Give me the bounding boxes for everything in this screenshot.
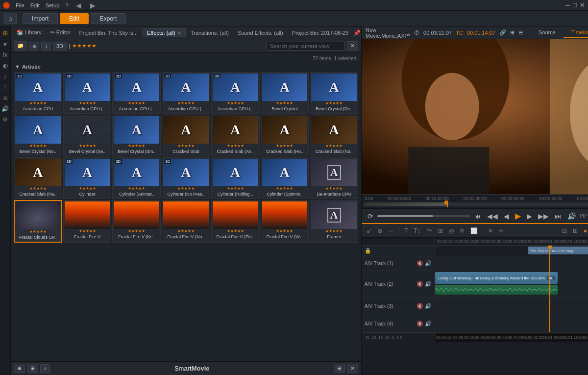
tl-delete-button[interactable]: ✕	[486, 226, 495, 235]
tab-timeline[interactable]: Timeline	[564, 28, 588, 38]
tab-project-bin[interactable]: Project Bin: The Sky is...	[75, 28, 142, 37]
effect-item[interactable]: 3D A ★★★★★ Accordian GPU (..	[211, 72, 260, 114]
track-av4-mute-icon[interactable]: 🔇	[416, 321, 423, 327]
transport-frame-fwd-button[interactable]: ▶	[525, 211, 534, 221]
tab-sound-effects[interactable]: Sound Effects: (all)	[234, 28, 287, 37]
effects-close-button[interactable]: ✕	[347, 364, 358, 373]
forward-button[interactable]: ▶	[89, 1, 97, 9]
sidebar-star-icon[interactable]: ★	[0, 39, 10, 49]
effect-item[interactable]: A ★★★★★ Cylinder (Rolling ..	[211, 157, 260, 199]
search-input[interactable]	[267, 42, 345, 50]
transport-play-button[interactable]: ▶	[513, 210, 523, 222]
effect-item[interactable]: A ★★★★★ De-Interlace CPU	[310, 157, 358, 199]
track-av2-volume-icon[interactable]: 🔊	[425, 281, 432, 287]
effect-item[interactable]: ★★★★★ Fractal Fire V (Ke..	[112, 200, 161, 243]
tab-effects-close[interactable]: ✕	[177, 30, 181, 36]
effect-item[interactable]: ★★★★★ Fractal Fire V (No..	[162, 200, 210, 243]
clip-iss-video[interactable]: Living and Working - 4k Living & Working…	[435, 272, 558, 284]
transport-end-button[interactable]: ⏭	[553, 211, 564, 221]
track-av1-mute-icon[interactable]: 🔇	[416, 260, 423, 267]
transport-rewind-button[interactable]: ⟳	[366, 211, 375, 221]
tl-text-size-button[interactable]: T↕	[412, 226, 422, 235]
menu-edit[interactable]: Edit	[30, 2, 40, 8]
preview-icon2[interactable]: ⊞	[510, 29, 514, 36]
sidebar-motion-icon[interactable]: ≋	[0, 93, 10, 103]
3d-toggle[interactable]: 3D	[53, 42, 67, 50]
sidebar-fx-icon[interactable]: fx	[0, 50, 10, 60]
tl-grid-button[interactable]: ⊞	[436, 226, 445, 235]
tl-stretch-button[interactable]: ↔	[386, 226, 396, 235]
effect-item[interactable]: A ★★★★★ Bevel Crystal (De..	[310, 72, 358, 114]
track-v1-icon[interactable]: 🔒	[365, 248, 371, 254]
search-clear-button[interactable]: ✕	[347, 41, 358, 50]
back-button[interactable]: ◀	[74, 1, 83, 9]
tl-rect-button[interactable]: ⬜	[468, 226, 480, 235]
tl-wave-button[interactable]: ≋	[458, 226, 466, 235]
close-button[interactable]: ✕	[580, 1, 585, 9]
menu-setup[interactable]: Setup	[46, 2, 60, 8]
transport-start-button[interactable]: ⏮	[472, 211, 483, 221]
preview-icon1[interactable]: 🔗	[499, 29, 506, 36]
sort-button[interactable]: ↕	[41, 42, 51, 50]
volume-slider[interactable]	[377, 215, 470, 217]
tl-color-button[interactable]: ●	[582, 226, 588, 235]
effects-add-button[interactable]: ⊕	[14, 364, 25, 373]
minimize-button[interactable]: ─	[565, 1, 570, 9]
track-av3-mute-icon[interactable]: 🔇	[416, 303, 423, 309]
sidebar-library-icon[interactable]: ⊞	[0, 28, 10, 38]
clip-iss-audio[interactable]	[435, 285, 558, 295]
effect-item[interactable]: A ★★★★★ Bevel Crystal (No..	[14, 115, 62, 156]
effect-item[interactable]: ★★★★★ Fractal Fire V (Wi..	[261, 200, 309, 243]
effect-item[interactable]: 3D A ★★★★★ Accordian GPU (..	[162, 72, 210, 114]
effect-item[interactable]: ★★★★★ Fractal Fire V (Pla..	[211, 200, 260, 243]
tl-snap-button[interactable]: ↙	[365, 226, 373, 235]
effect-item[interactable]: 3D A ★★★★★ Cylinder (No Pres..	[162, 157, 210, 199]
effect-item[interactable]: A ★★★★★ Cracked Slab (No..	[310, 115, 358, 156]
edit-button[interactable]: Edit	[60, 13, 89, 24]
sidebar-text-icon[interactable]: T	[0, 82, 10, 92]
effect-item[interactable]: ★★★★★ Fractal Fire V	[63, 200, 112, 243]
transport-next-button[interactable]: ▶▶	[536, 211, 551, 221]
track-av2-mute-icon[interactable]: 🔇	[416, 281, 423, 287]
tab-effects[interactable]: Effects: (all) ✕	[143, 28, 186, 37]
track-av3-volume-icon[interactable]: 🔊	[425, 303, 432, 309]
tl-split-button[interactable]: ✂	[497, 226, 506, 235]
effect-item[interactable]: 3D A ★★★★★ Cylinder (Animat..	[112, 157, 161, 199]
effect-item[interactable]: A ★★★★★ Cracked Slab (Re..	[14, 157, 62, 199]
folder-view-button[interactable]: 📁	[14, 41, 27, 50]
track-av1-volume-icon[interactable]: 🔊	[425, 260, 432, 267]
maximize-button[interactable]: □	[573, 1, 577, 9]
effect-item-selected[interactable]: ★★★★★ Fractal Clouds CP..	[14, 200, 62, 243]
effect-item[interactable]: A ★★★★★ Bevel Crystal	[261, 72, 309, 114]
tab-project-bin2[interactable]: Project Bin: 2017-08-29	[288, 28, 353, 37]
effect-item[interactable]: A ★★★★★ Cracked Slab (Ho..	[261, 115, 309, 156]
transport-prev-button[interactable]: ◀◀	[485, 211, 500, 221]
effect-item[interactable]: A ★★★★★ Cracked Slab	[162, 115, 210, 156]
tl-target-button[interactable]: ◎	[447, 226, 456, 235]
list-view-button[interactable]: ≡	[29, 42, 39, 50]
effect-item[interactable]: 3D A ★★★★★ Cylinder	[63, 157, 112, 199]
import-button[interactable]: Import	[23, 13, 58, 24]
effects-view-toggle[interactable]: ≡	[40, 364, 50, 373]
tl-curve-button[interactable]: 〜	[424, 225, 434, 236]
menu-help[interactable]: ?	[65, 2, 68, 8]
star-filter[interactable]: ★★★★★	[72, 43, 97, 49]
effect-item[interactable]: A ★★★★★ Cylinder (Spinnin..	[261, 157, 309, 199]
tab-editor[interactable]: ✏ Editor	[47, 28, 74, 37]
effect-item[interactable]: A ★★★★★ Framer	[310, 200, 358, 243]
sidebar-settings-icon[interactable]: ⚙	[0, 115, 10, 125]
tab-source[interactable]: Source	[531, 28, 564, 38]
effects-toggle-button[interactable]: ⊞	[27, 364, 38, 373]
tab-pin-icon[interactable]: 📌	[353, 29, 361, 36]
tl-zoom-in-button[interactable]: ⊞	[571, 226, 580, 235]
tab-transitions[interactable]: Transitions: (all)	[187, 28, 233, 37]
transport-volume-button[interactable]: 🔊	[565, 211, 578, 221]
menu-file[interactable]: File	[16, 2, 24, 8]
track-av4-volume-icon[interactable]: 🔊	[425, 321, 432, 327]
section-expand-icon[interactable]: ▼	[15, 64, 20, 70]
effect-item[interactable]: 3D A ★★★★★ Accordian GPU (..	[63, 72, 112, 114]
home-button[interactable]: ⌂	[4, 13, 17, 24]
sidebar-music-icon[interactable]: ♪	[0, 72, 10, 81]
tl-text-button[interactable]: T	[402, 226, 410, 235]
sidebar-audio-icon[interactable]: 🔊	[0, 104, 10, 114]
